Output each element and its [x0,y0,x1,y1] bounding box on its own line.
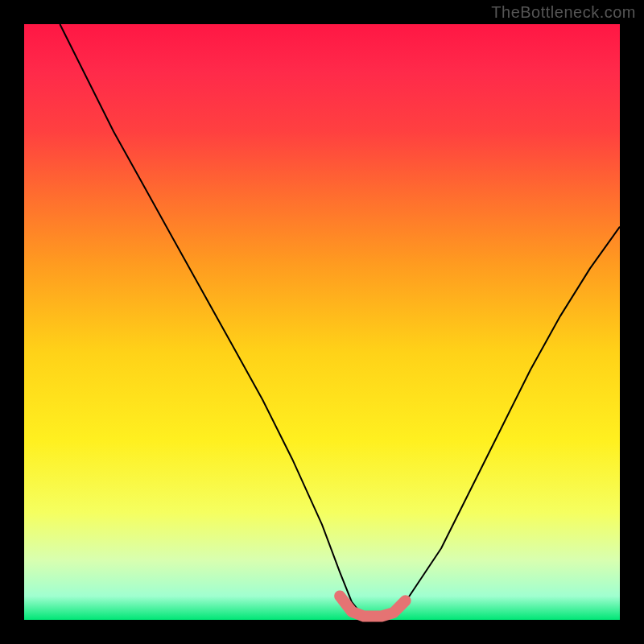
chart-container: TheBottleneck.com [0,0,644,644]
bottleneck-chart [0,0,644,644]
chart-background-gradient [24,24,620,620]
watermark-text: TheBottleneck.com [491,3,636,22]
